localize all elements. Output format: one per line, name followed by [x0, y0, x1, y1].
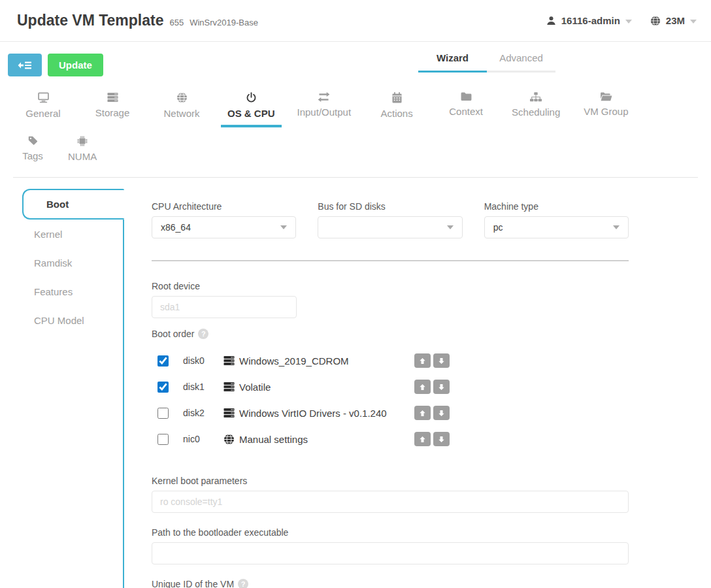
tab-storage[interactable]: Storage: [82, 88, 142, 127]
zone-menu[interactable]: 23M: [650, 15, 697, 26]
device-name: Volatile: [239, 382, 271, 393]
bootloader-path-input[interactable]: [152, 542, 629, 564]
microchip-icon: [77, 136, 88, 146]
update-button[interactable]: Update: [48, 54, 103, 76]
tab-actions[interactable]: Actions: [367, 88, 427, 127]
chevron-down-icon: [625, 20, 632, 24]
tab-label: Storage: [95, 107, 130, 118]
move-down-button[interactable]: [433, 432, 450, 446]
folder-open-icon: [600, 92, 612, 101]
boot-order-row-disk2: disk2 Windows VirtIO Drivers - v0.1.240: [152, 400, 450, 426]
move-up-button[interactable]: [414, 380, 431, 394]
tab-context[interactable]: Context: [436, 88, 496, 127]
boot-order-row-nic0: nic0 Manual settings: [152, 426, 450, 452]
toolbar: Update Wizard Advanced: [0, 42, 711, 80]
root-device-input[interactable]: [152, 296, 297, 318]
nic0-checkbox[interactable]: [157, 434, 169, 445]
kernel-params-field: Kernel boot parameters: [152, 476, 629, 513]
template-id: 655: [170, 18, 184, 27]
disk1-checkbox[interactable]: [157, 382, 169, 393]
move-down-button[interactable]: [433, 406, 450, 420]
tab-general[interactable]: General: [13, 88, 73, 127]
disk2-checkbox[interactable]: [157, 408, 169, 419]
user-name: 16116-admin: [561, 15, 620, 26]
tab-scheduling[interactable]: Scheduling: [505, 88, 567, 127]
zone-name: 23M: [666, 15, 685, 26]
tab-input-output[interactable]: Input/Output: [291, 88, 358, 127]
boot-order-list: disk0 Windows_2019_CDROM disk1: [152, 348, 450, 452]
tab-label: Tags: [22, 150, 43, 161]
tab-advanced[interactable]: Advanced: [487, 52, 555, 73]
device-name: Windows VirtIO Drivers - v0.1.240: [239, 408, 387, 419]
move-up-button[interactable]: [414, 406, 431, 420]
cpu-architecture-field: CPU Architecture x86_64: [152, 201, 296, 238]
machine-type-value: pc: [493, 222, 503, 233]
template-name: WinSrv2019-Base: [190, 18, 258, 27]
calendar-icon: [392, 92, 402, 103]
disk0-checkbox[interactable]: [157, 355, 169, 367]
tab-wizard[interactable]: Wizard: [418, 52, 487, 73]
help-icon[interactable]: [238, 579, 248, 588]
page-title: Update VM Template: [17, 12, 164, 29]
folder-icon: [461, 92, 472, 101]
machine-type-field: Machine type pc: [484, 201, 629, 238]
kernel-params-input[interactable]: [152, 491, 629, 513]
subnav-item-ramdisk[interactable]: Ramdisk: [0, 248, 124, 277]
os-subnav: Boot Kernel Ramdisk Features CPU Model: [0, 178, 124, 588]
tab-label: NUMA: [68, 151, 97, 162]
boot-order-section: Boot order disk0 Windows_2019_CDROM: [152, 329, 629, 452]
move-up-button[interactable]: [414, 432, 431, 446]
sd-bus-field: Bus for SD disks: [318, 201, 462, 238]
tab-label: VM Group: [584, 106, 628, 117]
help-icon[interactable]: [198, 329, 208, 339]
power-icon: [246, 92, 257, 103]
device-name: Manual settings: [239, 434, 308, 445]
server-icon: [223, 382, 235, 392]
move-down-button[interactable]: [433, 380, 450, 394]
move-up-button[interactable]: [414, 353, 431, 368]
cpu-architecture-select[interactable]: x86_64: [152, 216, 296, 238]
reorder-actions: [414, 406, 450, 420]
tab-numa[interactable]: NUMA: [61, 131, 103, 171]
tab-label: Actions: [380, 108, 412, 119]
chevron-down-icon: [690, 20, 697, 24]
device-id: nic0: [183, 434, 223, 444]
desktop-icon: [37, 92, 50, 103]
move-down-button[interactable]: [433, 353, 450, 368]
subnav-item-kernel[interactable]: Kernel: [0, 220, 124, 248]
back-to-list-button[interactable]: [8, 54, 42, 76]
view-tabs: Wizard Advanced: [418, 52, 555, 73]
server-icon: [223, 355, 235, 366]
boot-form: CPU Architecture x86_64 Bus for SD disks…: [124, 178, 711, 588]
tab-tags[interactable]: Tags: [13, 131, 52, 171]
back-to-list-icon: [18, 61, 32, 70]
bootloader-path-field: Path to the bootloader executable: [152, 527, 629, 564]
subnav-item-boot[interactable]: Boot: [22, 189, 124, 220]
tab-label: Network: [163, 108, 199, 119]
boot-order-row-disk1: disk1 Volatile: [152, 374, 450, 400]
sd-bus-select[interactable]: [318, 216, 462, 238]
device-name: Windows_2019_CDROM: [239, 355, 349, 367]
subnav-item-cpu-model[interactable]: CPU Model: [0, 306, 124, 335]
boot-order-row-disk0: disk0 Windows_2019_CDROM: [152, 348, 450, 374]
tab-label: Input/Output: [297, 106, 352, 118]
header-right: 16116-admin 23M: [546, 15, 697, 26]
subnav-item-features[interactable]: Features: [0, 277, 124, 306]
globe-icon: [223, 434, 235, 445]
tab-vm-group[interactable]: VM Group: [576, 88, 636, 127]
boot-order-label: Boot order: [152, 329, 629, 339]
unique-id-label-text: Unique ID of the VM: [152, 579, 234, 588]
tab-network[interactable]: Network: [152, 88, 212, 127]
tab-label: Scheduling: [512, 106, 560, 118]
boot-order-label-text: Boot order: [152, 329, 194, 339]
user-menu[interactable]: 16116-admin: [546, 15, 632, 26]
device-id: disk2: [183, 408, 223, 418]
title-wrap: Update VM Template 655 WinSrv2019-Base: [17, 12, 258, 29]
machine-type-select[interactable]: pc: [484, 216, 629, 238]
tab-label: Context: [449, 106, 483, 117]
tab-label: General: [25, 108, 60, 119]
tab-os-cpu[interactable]: OS & CPU: [221, 88, 282, 127]
reorder-actions: [414, 353, 450, 368]
device-id: disk0: [183, 355, 223, 366]
unique-id-field: Unique ID of the VM: [152, 579, 629, 588]
